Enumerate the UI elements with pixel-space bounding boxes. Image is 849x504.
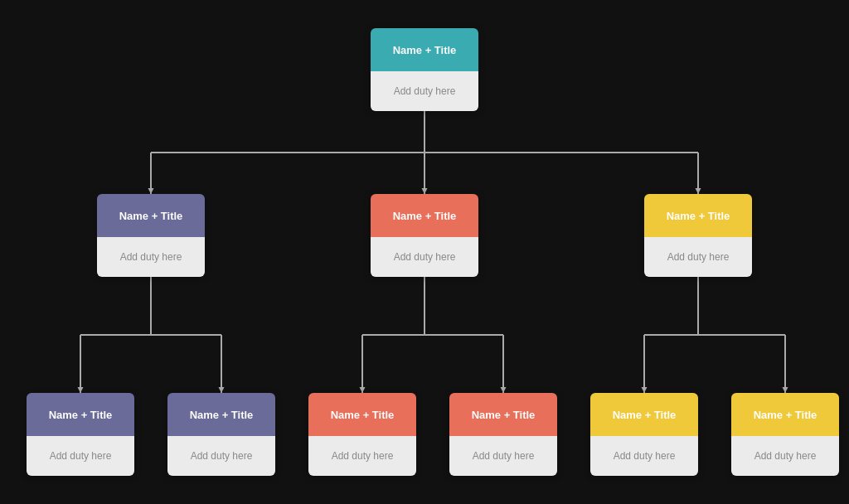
node-header-bot-cl: Name + Title <box>308 393 416 436</box>
node-body-root[interactable]: Add duty here <box>371 71 478 111</box>
org-node-root[interactable]: Name + TitleAdd duty here <box>371 28 478 111</box>
org-node-bot-rl[interactable]: Name + TitleAdd duty here <box>590 393 698 476</box>
node-header-root: Name + Title <box>371 28 478 71</box>
node-body-bot-lr[interactable]: Add duty here <box>167 436 275 476</box>
org-node-bot-ll[interactable]: Name + TitleAdd duty here <box>27 393 134 476</box>
org-node-mid-l[interactable]: Name + TitleAdd duty here <box>97 194 205 277</box>
org-node-bot-cr[interactable]: Name + TitleAdd duty here <box>449 393 557 476</box>
node-header-bot-lr: Name + Title <box>167 393 275 436</box>
node-header-bot-rr: Name + Title <box>731 393 839 436</box>
node-body-mid-r[interactable]: Add duty here <box>644 237 752 277</box>
org-chart: Name + TitleAdd duty hereName + TitleAdd… <box>10 12 839 492</box>
node-header-bot-rl: Name + Title <box>590 393 698 436</box>
node-body-bot-ll[interactable]: Add duty here <box>27 436 134 476</box>
node-body-bot-rr[interactable]: Add duty here <box>731 436 839 476</box>
node-header-mid-c: Name + Title <box>371 194 478 237</box>
org-node-mid-r[interactable]: Name + TitleAdd duty here <box>644 194 752 277</box>
org-node-bot-cl[interactable]: Name + TitleAdd duty here <box>308 393 416 476</box>
node-body-mid-c[interactable]: Add duty here <box>371 237 478 277</box>
node-body-bot-cr[interactable]: Add duty here <box>449 436 557 476</box>
nodes-layer: Name + TitleAdd duty hereName + TitleAdd… <box>10 12 839 492</box>
org-node-bot-rr[interactable]: Name + TitleAdd duty here <box>731 393 839 476</box>
org-node-bot-lr[interactable]: Name + TitleAdd duty here <box>167 393 275 476</box>
node-body-bot-cl[interactable]: Add duty here <box>308 436 416 476</box>
org-node-mid-c[interactable]: Name + TitleAdd duty here <box>371 194 478 277</box>
node-header-bot-cr: Name + Title <box>449 393 557 436</box>
node-header-mid-l: Name + Title <box>97 194 205 237</box>
node-body-bot-rl[interactable]: Add duty here <box>590 436 698 476</box>
node-header-mid-r: Name + Title <box>644 194 752 237</box>
node-header-bot-ll: Name + Title <box>27 393 134 436</box>
node-body-mid-l[interactable]: Add duty here <box>97 237 205 277</box>
